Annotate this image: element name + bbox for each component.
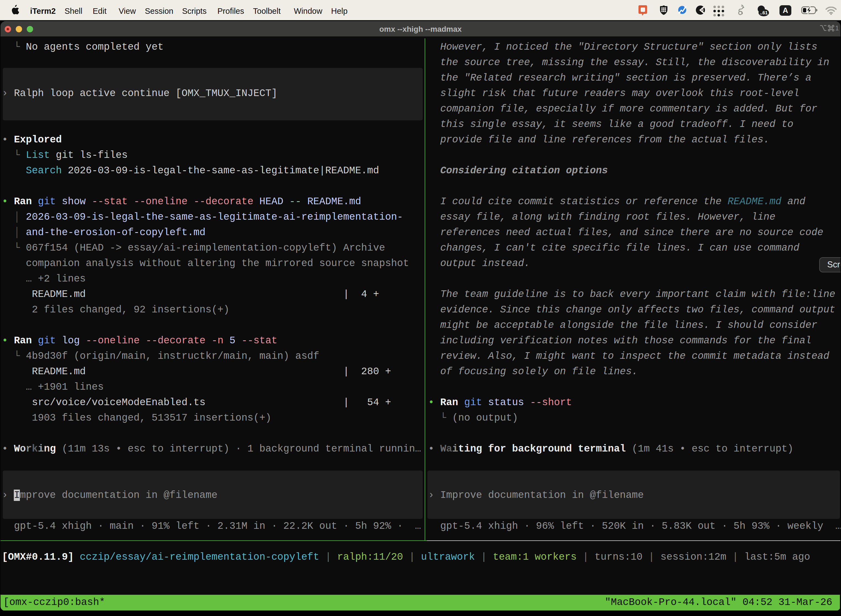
svg-text:1: 1: [835, 25, 839, 32]
svg-text:..61: ..61: [760, 10, 768, 15]
